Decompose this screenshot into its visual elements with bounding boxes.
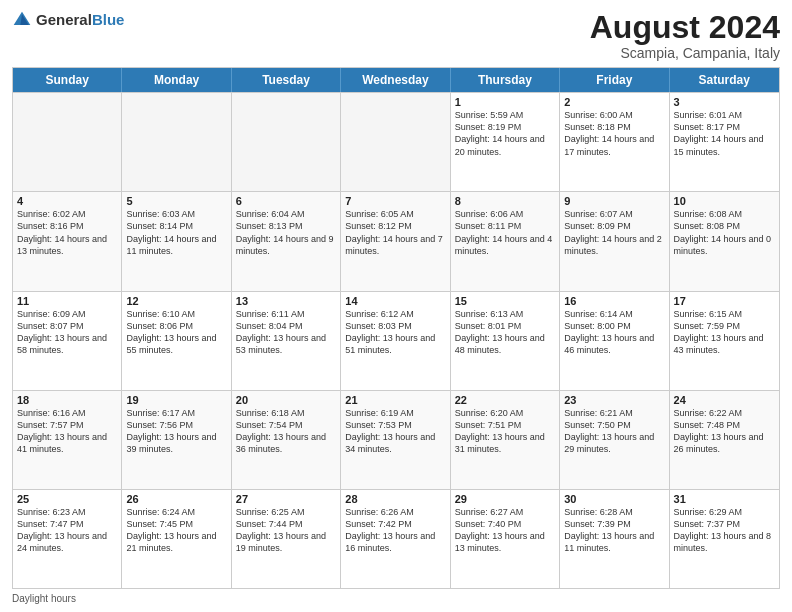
calendar-header-row: SundayMondayTuesdayWednesdayThursdayFrid… [13, 68, 779, 92]
table-row: 23Sunrise: 6:21 AM Sunset: 7:50 PM Dayli… [560, 391, 669, 489]
cell-info: Sunrise: 6:27 AM Sunset: 7:40 PM Dayligh… [455, 506, 555, 555]
table-row: 8Sunrise: 6:06 AM Sunset: 8:11 PM Daylig… [451, 192, 560, 290]
table-row: 20Sunrise: 6:18 AM Sunset: 7:54 PM Dayli… [232, 391, 341, 489]
title-block: August 2024 Scampia, Campania, Italy [590, 10, 780, 61]
table-row: 15Sunrise: 6:13 AM Sunset: 8:01 PM Dayli… [451, 292, 560, 390]
cell-info: Sunrise: 6:08 AM Sunset: 8:08 PM Dayligh… [674, 208, 775, 257]
day-number: 15 [455, 295, 555, 307]
table-row: 18Sunrise: 6:16 AM Sunset: 7:57 PM Dayli… [13, 391, 122, 489]
day-number: 9 [564, 195, 664, 207]
cell-info: Sunrise: 6:06 AM Sunset: 8:11 PM Dayligh… [455, 208, 555, 257]
cell-info: Sunrise: 6:19 AM Sunset: 7:53 PM Dayligh… [345, 407, 445, 456]
day-number: 24 [674, 394, 775, 406]
table-row [232, 93, 341, 191]
day-number: 14 [345, 295, 445, 307]
table-row: 17Sunrise: 6:15 AM Sunset: 7:59 PM Dayli… [670, 292, 779, 390]
cell-info: Sunrise: 6:09 AM Sunset: 8:07 PM Dayligh… [17, 308, 117, 357]
table-row: 10Sunrise: 6:08 AM Sunset: 8:08 PM Dayli… [670, 192, 779, 290]
table-row: 14Sunrise: 6:12 AM Sunset: 8:03 PM Dayli… [341, 292, 450, 390]
day-number: 12 [126, 295, 226, 307]
table-row: 21Sunrise: 6:19 AM Sunset: 7:53 PM Dayli… [341, 391, 450, 489]
subtitle: Scampia, Campania, Italy [590, 45, 780, 61]
cal-header-cell: Wednesday [341, 68, 450, 92]
header: GeneralBlue August 2024 Scampia, Campani… [12, 10, 780, 61]
table-row: 1Sunrise: 5:59 AM Sunset: 8:19 PM Daylig… [451, 93, 560, 191]
table-row: 25Sunrise: 6:23 AM Sunset: 7:47 PM Dayli… [13, 490, 122, 588]
logo-icon [12, 10, 32, 30]
cell-info: Sunrise: 6:10 AM Sunset: 8:06 PM Dayligh… [126, 308, 226, 357]
day-number: 19 [126, 394, 226, 406]
cell-info: Sunrise: 6:12 AM Sunset: 8:03 PM Dayligh… [345, 308, 445, 357]
table-row [13, 93, 122, 191]
day-number: 29 [455, 493, 555, 505]
day-number: 26 [126, 493, 226, 505]
cell-info: Sunrise: 6:24 AM Sunset: 7:45 PM Dayligh… [126, 506, 226, 555]
cell-info: Sunrise: 6:14 AM Sunset: 8:00 PM Dayligh… [564, 308, 664, 357]
footer-note: Daylight hours [12, 593, 780, 604]
calendar-row: 1Sunrise: 5:59 AM Sunset: 8:19 PM Daylig… [13, 92, 779, 191]
calendar: SundayMondayTuesdayWednesdayThursdayFrid… [12, 67, 780, 589]
table-row: 13Sunrise: 6:11 AM Sunset: 8:04 PM Dayli… [232, 292, 341, 390]
cell-info: Sunrise: 6:00 AM Sunset: 8:18 PM Dayligh… [564, 109, 664, 158]
page: GeneralBlue August 2024 Scampia, Campani… [0, 0, 792, 612]
table-row: 28Sunrise: 6:26 AM Sunset: 7:42 PM Dayli… [341, 490, 450, 588]
table-row: 24Sunrise: 6:22 AM Sunset: 7:48 PM Dayli… [670, 391, 779, 489]
day-number: 20 [236, 394, 336, 406]
logo-general: GeneralBlue [36, 11, 124, 29]
cell-info: Sunrise: 6:15 AM Sunset: 7:59 PM Dayligh… [674, 308, 775, 357]
cell-info: Sunrise: 6:11 AM Sunset: 8:04 PM Dayligh… [236, 308, 336, 357]
day-number: 18 [17, 394, 117, 406]
cell-info: Sunrise: 6:20 AM Sunset: 7:51 PM Dayligh… [455, 407, 555, 456]
table-row: 19Sunrise: 6:17 AM Sunset: 7:56 PM Dayli… [122, 391, 231, 489]
cal-header-cell: Monday [122, 68, 231, 92]
table-row: 3Sunrise: 6:01 AM Sunset: 8:17 PM Daylig… [670, 93, 779, 191]
table-row [122, 93, 231, 191]
table-row: 5Sunrise: 6:03 AM Sunset: 8:14 PM Daylig… [122, 192, 231, 290]
calendar-row: 25Sunrise: 6:23 AM Sunset: 7:47 PM Dayli… [13, 489, 779, 588]
table-row: 26Sunrise: 6:24 AM Sunset: 7:45 PM Dayli… [122, 490, 231, 588]
cell-info: Sunrise: 6:03 AM Sunset: 8:14 PM Dayligh… [126, 208, 226, 257]
table-row: 4Sunrise: 6:02 AM Sunset: 8:16 PM Daylig… [13, 192, 122, 290]
day-number: 2 [564, 96, 664, 108]
cell-info: Sunrise: 6:23 AM Sunset: 7:47 PM Dayligh… [17, 506, 117, 555]
day-number: 16 [564, 295, 664, 307]
calendar-row: 18Sunrise: 6:16 AM Sunset: 7:57 PM Dayli… [13, 390, 779, 489]
day-number: 6 [236, 195, 336, 207]
day-number: 28 [345, 493, 445, 505]
table-row: 31Sunrise: 6:29 AM Sunset: 7:37 PM Dayli… [670, 490, 779, 588]
day-number: 5 [126, 195, 226, 207]
cell-info: Sunrise: 6:01 AM Sunset: 8:17 PM Dayligh… [674, 109, 775, 158]
day-number: 8 [455, 195, 555, 207]
day-number: 7 [345, 195, 445, 207]
cell-info: Sunrise: 6:07 AM Sunset: 8:09 PM Dayligh… [564, 208, 664, 257]
cell-info: Sunrise: 6:04 AM Sunset: 8:13 PM Dayligh… [236, 208, 336, 257]
day-number: 27 [236, 493, 336, 505]
calendar-body: 1Sunrise: 5:59 AM Sunset: 8:19 PM Daylig… [13, 92, 779, 588]
table-row: 22Sunrise: 6:20 AM Sunset: 7:51 PM Dayli… [451, 391, 560, 489]
cell-info: Sunrise: 6:28 AM Sunset: 7:39 PM Dayligh… [564, 506, 664, 555]
cal-header-cell: Thursday [451, 68, 560, 92]
cell-info: Sunrise: 6:02 AM Sunset: 8:16 PM Dayligh… [17, 208, 117, 257]
day-number: 25 [17, 493, 117, 505]
cell-info: Sunrise: 6:17 AM Sunset: 7:56 PM Dayligh… [126, 407, 226, 456]
table-row: 11Sunrise: 6:09 AM Sunset: 8:07 PM Dayli… [13, 292, 122, 390]
cal-header-cell: Tuesday [232, 68, 341, 92]
day-number: 21 [345, 394, 445, 406]
table-row [341, 93, 450, 191]
cell-info: Sunrise: 6:16 AM Sunset: 7:57 PM Dayligh… [17, 407, 117, 456]
day-number: 1 [455, 96, 555, 108]
cell-info: Sunrise: 6:13 AM Sunset: 8:01 PM Dayligh… [455, 308, 555, 357]
table-row: 12Sunrise: 6:10 AM Sunset: 8:06 PM Dayli… [122, 292, 231, 390]
calendar-row: 4Sunrise: 6:02 AM Sunset: 8:16 PM Daylig… [13, 191, 779, 290]
table-row: 2Sunrise: 6:00 AM Sunset: 8:18 PM Daylig… [560, 93, 669, 191]
cell-info: Sunrise: 6:25 AM Sunset: 7:44 PM Dayligh… [236, 506, 336, 555]
day-number: 23 [564, 394, 664, 406]
logo: GeneralBlue [12, 10, 124, 30]
main-title: August 2024 [590, 10, 780, 45]
cell-info: Sunrise: 6:18 AM Sunset: 7:54 PM Dayligh… [236, 407, 336, 456]
cal-header-cell: Sunday [13, 68, 122, 92]
cell-info: Sunrise: 6:26 AM Sunset: 7:42 PM Dayligh… [345, 506, 445, 555]
table-row: 7Sunrise: 6:05 AM Sunset: 8:12 PM Daylig… [341, 192, 450, 290]
day-number: 17 [674, 295, 775, 307]
cal-header-cell: Saturday [670, 68, 779, 92]
